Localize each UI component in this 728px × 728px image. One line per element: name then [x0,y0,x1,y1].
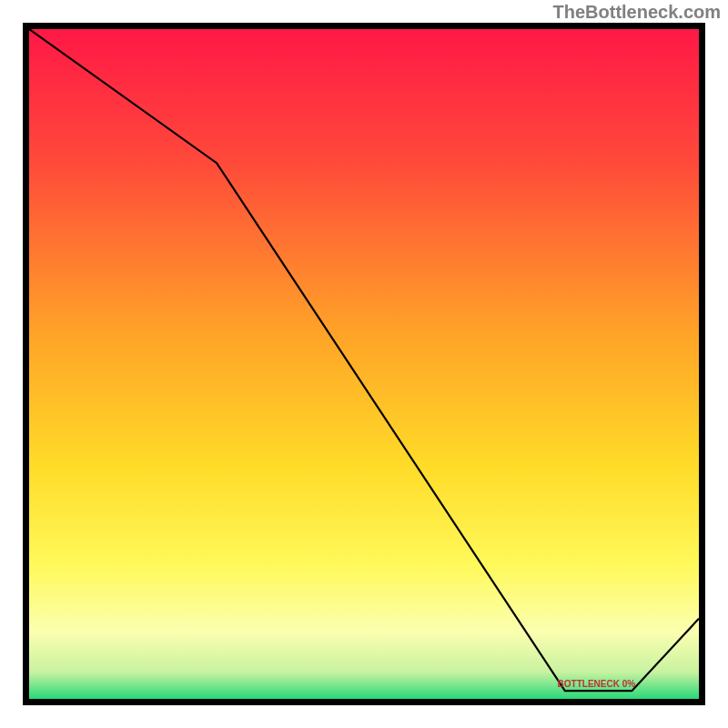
watermark-text: TheBottleneck.com [553,2,721,23]
chart-plot-area: BOTTLENECK 0% [23,23,705,705]
bottleneck-curve [29,29,699,699]
bottleneck-zero-label: BOTTLENECK 0% [558,679,636,689]
chart-container: TheBottleneck.com BOTTLENECK 0% [0,0,728,728]
